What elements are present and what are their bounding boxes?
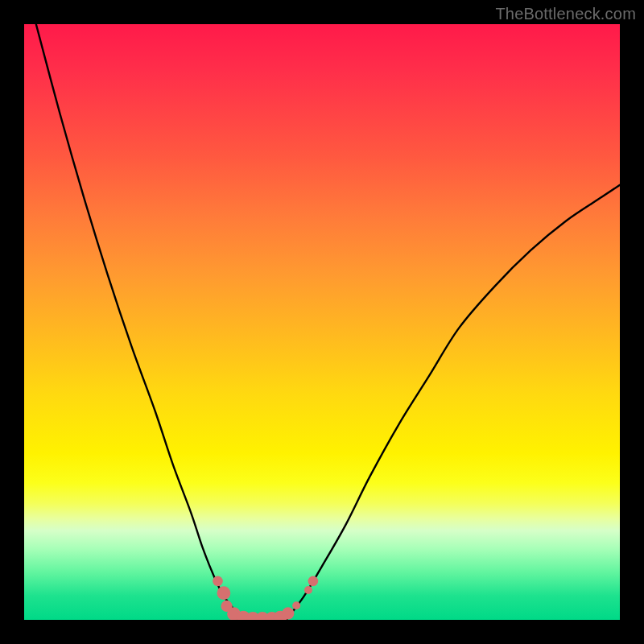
chart-frame: TheBottleneck.com [0, 0, 644, 644]
watermark-text: TheBottleneck.com [495, 5, 636, 23]
marker-dot [308, 576, 319, 587]
marker-dot [292, 601, 300, 609]
plot-area [24, 24, 620, 620]
marker-dot [213, 576, 223, 587]
curve-layer [36, 24, 620, 620]
marker-dot [217, 586, 231, 600]
chart-svg [24, 24, 620, 620]
marker-dot [304, 586, 312, 594]
marker-dot [282, 607, 294, 619]
bottleneck-curve [36, 24, 620, 620]
